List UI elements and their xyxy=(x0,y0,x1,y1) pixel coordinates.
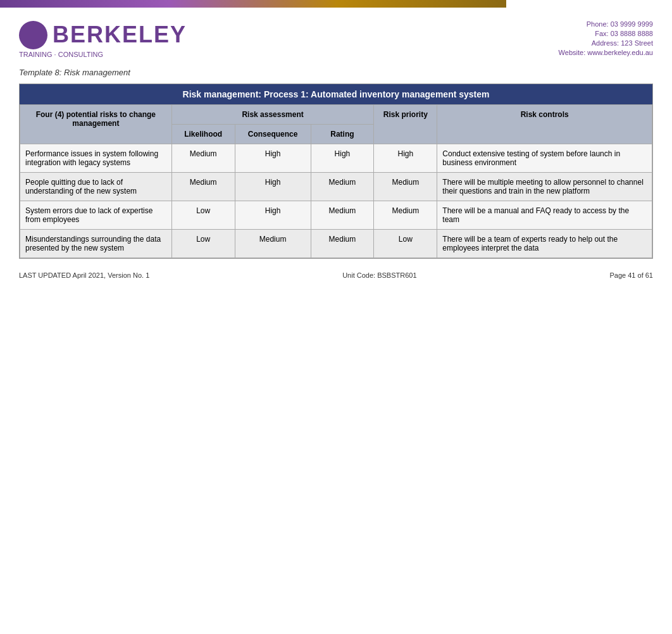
row-1-col-2: High xyxy=(235,173,311,201)
table-row: People quitting due to lack of understan… xyxy=(20,173,652,201)
row-2-col-4: Medium xyxy=(374,201,437,230)
row-1-col-5: There will be multiple meeting to allow … xyxy=(437,173,652,201)
row-0-col-3: High xyxy=(311,144,374,173)
logo-area: BERKELEY TRAINING · CONSULTING xyxy=(19,21,187,58)
header-row: Four (4) potential risks to change manag… xyxy=(20,105,652,125)
header-address: Address: 123 Street xyxy=(559,39,653,47)
top-bar xyxy=(0,0,506,8)
row-0-col-0: Performance issues in system following i… xyxy=(20,144,172,173)
table-title: Risk management: Process 1: Automated in… xyxy=(20,84,652,104)
row-2-col-5: There will be a manual and FAQ ready to … xyxy=(437,201,652,230)
footer-left: LAST UPDATED April 2021, Version No. 1 xyxy=(19,271,149,279)
row-3-col-4: Low xyxy=(374,230,437,258)
table-row: Misunderstandings surrounding the data p… xyxy=(20,230,652,258)
col-likelihood-header: Likelihood xyxy=(171,125,235,144)
table-row: Performance issues in system following i… xyxy=(20,144,652,173)
row-3-col-3: Medium xyxy=(311,230,374,258)
logo: BERKELEY xyxy=(19,21,187,49)
footer-right: Page 41 of 61 xyxy=(609,271,653,279)
col-rating-header: Rating xyxy=(311,125,374,144)
row-3-col-2: Medium xyxy=(235,230,311,258)
row-1-col-4: Medium xyxy=(374,173,437,201)
row-3-col-5: There will be a team of experts ready to… xyxy=(437,230,652,258)
col-risk-header: Four (4) potential risks to change manag… xyxy=(20,105,172,144)
footer: LAST UPDATED April 2021, Version No. 1 U… xyxy=(19,271,653,279)
footer-center: Unit Code: BSBSTR601 xyxy=(342,271,416,279)
col-assessment-header: Risk assessment xyxy=(171,105,374,125)
template-label: Template 8: Risk management xyxy=(0,65,672,84)
risk-table: Four (4) potential risks to change manag… xyxy=(20,104,652,258)
row-1-col-3: Medium xyxy=(311,173,374,201)
row-1-col-0: People quitting due to lack of understan… xyxy=(20,173,172,201)
table-container: Risk management: Process 1: Automated in… xyxy=(19,84,653,259)
row-3-col-1: Low xyxy=(171,230,235,258)
header-right: Phone: 03 9999 9999 Fax: 03 8888 8888 Ad… xyxy=(559,20,653,58)
logo-icon xyxy=(19,21,47,49)
logo-text: BERKELEY xyxy=(53,22,187,48)
row-3-col-0: Misunderstandings surrounding the data p… xyxy=(20,230,172,258)
table-row: System errors due to lack of expertise f… xyxy=(20,201,652,230)
row-0-col-1: Medium xyxy=(171,144,235,173)
row-0-col-5: Conduct extensive testing of system befo… xyxy=(437,144,652,173)
row-2-col-1: Low xyxy=(171,201,235,230)
row-2-col-0: System errors due to lack of expertise f… xyxy=(20,201,172,230)
header-website: Website: www.berkeley.edu.au xyxy=(559,49,653,56)
logo-subtitle: TRAINING · CONSULTING xyxy=(19,51,187,58)
row-0-col-2: High xyxy=(235,144,311,173)
header-section: BERKELEY TRAINING · CONSULTING Phone: 03… xyxy=(0,8,672,65)
col-priority-header: Risk priority xyxy=(374,105,437,144)
row-2-col-3: Medium xyxy=(311,201,374,230)
col-consequence-header: Consequence xyxy=(235,125,311,144)
row-1-col-1: Medium xyxy=(171,173,235,201)
row-2-col-2: High xyxy=(235,201,311,230)
header-fax: Fax: 03 8888 8888 xyxy=(559,30,653,37)
header-phone: Phone: 03 9999 9999 xyxy=(559,20,653,28)
row-0-col-4: High xyxy=(374,144,437,173)
col-controls-header: Risk controls xyxy=(437,105,652,144)
